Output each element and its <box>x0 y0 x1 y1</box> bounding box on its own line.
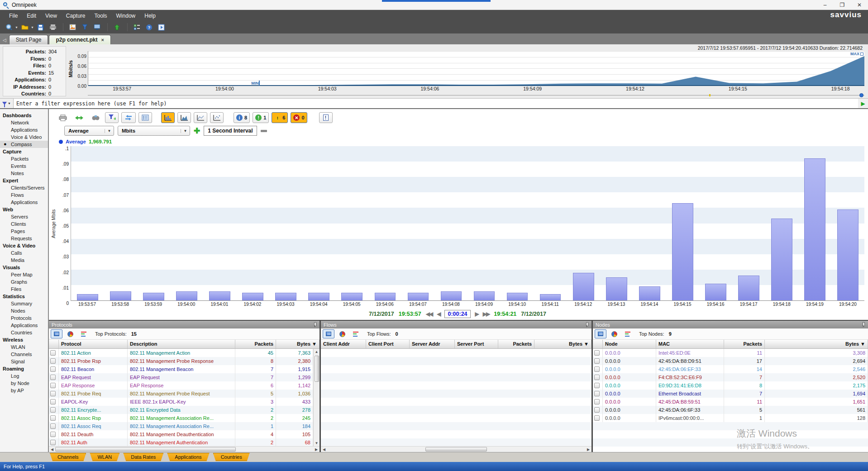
table-row[interactable]: 0.0.0.0E0:9D:31:41:E6:D882,175 <box>593 381 868 390</box>
column-header-description[interactable]: Description <box>128 340 235 348</box>
open-caret-icon[interactable]: ▼ <box>31 26 34 29</box>
timeline-chart[interactable]: MIN MAX <box>88 51 864 86</box>
checkbox-cell[interactable] <box>49 390 59 398</box>
checkbox-cell[interactable] <box>49 349 59 357</box>
row-checkbox[interactable] <box>594 399 600 404</box>
bar[interactable] <box>771 219 792 300</box>
column-header-client-addr[interactable]: Client Addr <box>321 340 366 348</box>
flows-horizontal-scrollbar[interactable]: ◀ ▶ <box>321 446 591 452</box>
bar[interactable] <box>275 293 296 300</box>
checkbox-cell[interactable] <box>49 365 59 373</box>
graph-view-button[interactable] <box>78 329 90 338</box>
table-row[interactable]: 802.11 Probe Rsp802.11 Management Probe … <box>49 357 313 365</box>
table-row[interactable]: 802.11 Action802.11 Management Action457… <box>49 349 313 357</box>
table-row[interactable]: EAP RequestEAP Request71,299 <box>49 373 313 381</box>
start-capture-button[interactable] <box>112 22 123 32</box>
column-header-packets[interactable]: Packets <box>724 340 765 348</box>
sidebar-item-flows[interactable]: Flows <box>0 191 48 199</box>
checkbox-cell[interactable] <box>593 357 603 365</box>
open-file-button[interactable] <box>19 22 30 32</box>
pie-view-button[interactable] <box>336 329 348 338</box>
notes-button[interactable]: ! <box>319 112 333 123</box>
checkbox-cell[interactable] <box>593 398 603 406</box>
bar[interactable] <box>110 291 131 300</box>
row-checkbox[interactable] <box>50 366 56 372</box>
table-row[interactable]: 0.0.0.042:45:DA:B8:59:51111,651 <box>593 398 868 406</box>
bar[interactable] <box>242 293 263 300</box>
table-row[interactable]: EAP ResponseEAP Response61,142 <box>49 381 313 390</box>
close-button[interactable]: ✕ <box>851 0 868 10</box>
bar[interactable] <box>507 293 528 300</box>
print-button-disabled[interactable] <box>48 22 58 32</box>
protocols-vertical-scrollbar[interactable]: ▲▼ <box>313 349 320 446</box>
close-icon[interactable]: × <box>101 37 104 43</box>
tab-scroll-back-icon[interactable]: ◁ <box>1 38 9 44</box>
bar[interactable] <box>375 293 396 300</box>
bar-chart-view-button[interactable] <box>161 112 175 123</box>
row-checkbox[interactable] <box>50 350 56 356</box>
filter-menu-button[interactable]: ▼ <box>0 99 14 108</box>
pie-view-button[interactable] <box>608 329 620 338</box>
new-capture-caret-icon[interactable]: ▼ <box>15 26 18 29</box>
bottom-tab-data-rates[interactable]: Data Rates <box>123 453 163 461</box>
table-row[interactable]: 0.0.0.042:45:DA:06:6F:335561 <box>593 406 868 414</box>
scroll-left-icon[interactable]: ◀ <box>49 447 55 452</box>
menu-help[interactable]: Help <box>140 11 160 20</box>
sidebar-item-channels[interactable]: Channels <box>0 351 48 358</box>
pie-view-button[interactable] <box>64 329 76 338</box>
checkbox-cell[interactable] <box>593 373 603 381</box>
row-checkbox[interactable] <box>50 358 56 364</box>
row-checkbox[interactable] <box>594 375 600 380</box>
sidebar-item-protocols[interactable]: Protocols <box>0 314 48 322</box>
table-row[interactable]: 0.0.0.042:45:DA:06:EF:33142,546 <box>593 365 868 373</box>
graph-view-button[interactable] <box>350 329 362 338</box>
apply-filter-icon[interactable]: ▶ <box>858 99 868 108</box>
scrollbar-thumb[interactable] <box>315 356 319 382</box>
bar[interactable] <box>738 276 759 300</box>
dashboard-image-button[interactable] <box>67 22 78 32</box>
sidebar-item-by-node[interactable]: by Node <box>0 380 48 387</box>
pin-icon[interactable] <box>585 322 589 327</box>
info-events-badge[interactable]: i 8 <box>234 112 250 123</box>
filter-expression-input[interactable] <box>14 99 858 108</box>
timeline-min-marker[interactable]: MIN <box>251 81 260 86</box>
sidebar-item-compass[interactable]: Compass● <box>0 141 48 148</box>
checkbox-cell[interactable] <box>593 381 603 390</box>
timeline-range-slider[interactable] <box>88 93 864 98</box>
menu-file[interactable]: File <box>5 11 22 20</box>
area-chart-view-button[interactable] <box>177 112 191 123</box>
refresh-button[interactable] <box>72 112 86 123</box>
table-row[interactable]: 802.11 Assoc Req802.11 Management Associ… <box>49 422 313 430</box>
bar[interactable] <box>804 158 825 300</box>
nodes-table-header[interactable]: NodeMACPacketsBytes ▼ <box>593 340 868 349</box>
list-view-button[interactable] <box>595 329 606 338</box>
checkbox-cell[interactable] <box>49 438 59 446</box>
list-view-button[interactable] <box>51 329 62 338</box>
row-checkbox[interactable] <box>594 350 600 356</box>
pin-icon[interactable] <box>861 322 865 327</box>
sidebar-item-by-ap[interactable]: by AP <box>0 387 48 394</box>
bottom-tab-channels[interactable]: Channels <box>50 453 86 461</box>
bar[interactable] <box>176 291 197 300</box>
column-header-server-addr[interactable]: Server Addr <box>410 340 455 348</box>
warning-events-badge[interactable]: ! 6 <box>272 112 288 123</box>
statistic-select[interactable]: Average▼ <box>64 126 114 136</box>
checkbox-cell[interactable] <box>593 365 603 373</box>
sidebar-item-pages[interactable]: Pages <box>0 228 48 235</box>
bar[interactable] <box>308 293 329 300</box>
bar[interactable] <box>573 273 594 300</box>
menu-tools[interactable]: Tools <box>90 11 112 20</box>
go-forward-button[interactable] <box>156 22 167 32</box>
sidebar-item-countries[interactable]: Countries <box>0 329 48 336</box>
scrollbar-thumb[interactable] <box>425 447 487 452</box>
scroll-down-icon[interactable]: ▼ <box>315 440 319 446</box>
row-checkbox[interactable] <box>50 375 56 380</box>
sidebar-item-applications[interactable]: Applications <box>0 126 48 133</box>
filter-tool-button[interactable] <box>80 22 91 32</box>
sidebar-item-voice-video[interactable]: Voice & Video <box>0 133 48 141</box>
sidebar-item-packets[interactable]: Packets <box>0 155 48 162</box>
scroll-up-icon[interactable]: ▲ <box>315 349 319 355</box>
row-checkbox[interactable] <box>50 415 56 421</box>
column-header-node[interactable]: Node <box>603 340 656 348</box>
checkbox-cell[interactable] <box>49 414 59 422</box>
